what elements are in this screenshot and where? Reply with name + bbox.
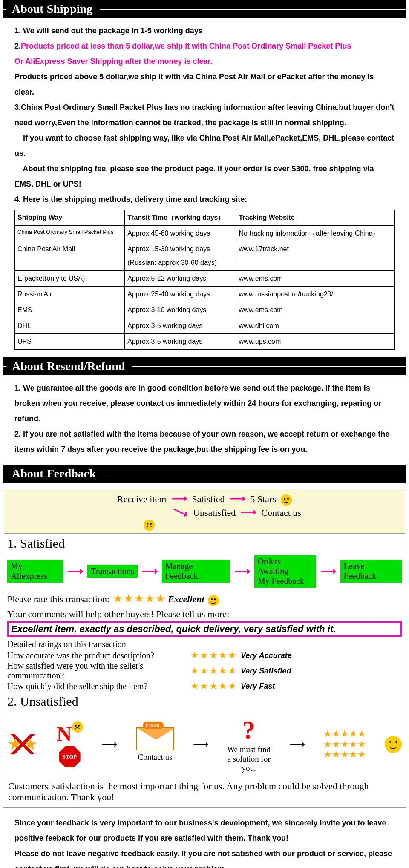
flow-contact: Contact us [261, 507, 301, 518]
arrow-icon: ⟶ [241, 506, 256, 519]
arrow-icon: ⟶ [230, 492, 245, 505]
table-row: China Post Air MailApprox 15-30 working … [15, 241, 395, 271]
flow-unsatisfied: Unsatisfied [193, 507, 236, 518]
refund-content: 1. We guarantee all the goods are in goo… [0, 380, 409, 465]
foot-p2: Please do not leave negative feedback ea… [14, 846, 395, 868]
refund-p2: 2. If you are not satisfied with the ite… [14, 426, 395, 457]
sad-icon [144, 520, 155, 531]
stars-icon: ★★★★★ [113, 592, 166, 605]
refund-p1: 1. We guarantee all the goods are in goo… [14, 380, 395, 426]
arrow-icon: ⟶ [193, 738, 209, 751]
section-heading-feedback: About Feedback [3, 465, 406, 483]
ship-p3: Products priced above 5 dollar,we ship i… [14, 69, 395, 100]
comments-help: Your comments will help other buyers! Pl… [4, 609, 405, 620]
stars-icon: ★★★★★ [190, 665, 237, 676]
question-mark-icon: ? [242, 716, 255, 744]
comment-box: Excellent item, exactly as described, qu… [7, 621, 402, 637]
foot-p1: Since your feedback is very important to… [14, 815, 395, 846]
arrow-icon: ⟶ [234, 565, 250, 578]
table-row: EMSApprox 3-10 working dayswww.ems.com [15, 302, 395, 318]
step-box: Manage Feedback [162, 560, 230, 583]
arrow-icon: ⟶ [67, 565, 83, 578]
arrow-icon: ⟶ [170, 503, 190, 522]
step-box: Transactions [87, 565, 137, 578]
table-row: E-packet(only to USA)Approx 5-12 working… [15, 271, 395, 287]
unsatisfied-flow: ★★ N STOP ⟶ EMAIL Contact us ⟶ ? We must… [4, 711, 405, 777]
arrow-icon: ⟶ [320, 565, 336, 578]
table-row: China Post Ordinary Small Packet PlusApp… [15, 226, 395, 241]
heading-text: About Resend/Refund [6, 357, 131, 375]
section-heading-refund: About Resend/Refund [3, 357, 406, 375]
no-stop-cell: N STOP [57, 721, 83, 767]
step-box: Leave Feedback [340, 560, 402, 583]
envelope-icon: EMAIL [136, 727, 174, 750]
stop-sign-icon: STOP [59, 746, 81, 767]
ship-p1: 1. We will send out the package in 1-5 w… [14, 23, 395, 38]
rate-label: Please rate this transaction: [7, 594, 109, 604]
smiley-icon [208, 595, 219, 606]
heading-text: About Feedback [6, 465, 102, 483]
th-way: Shipping Way [15, 210, 125, 226]
sad-icon [72, 721, 83, 733]
arrow-icon: ⟶ [101, 738, 117, 751]
detail-head: Detailed ratings on this transaction [4, 638, 405, 650]
stars-result-cell: ★★★★★★★★★★★★★★★ [323, 729, 366, 760]
ship-p7: 4. Here is the shipping methods, deliver… [14, 192, 395, 207]
solution-cell: ? We must find a solution for you. [227, 716, 271, 773]
shipping-content: 1. We will send out the package in 1-5 w… [0, 23, 409, 357]
table-row: DHLApprox 3-5 working dayswww.dhl.com [15, 318, 395, 334]
ship-p4: 3.China Post Ordinary Small Packet Plus … [14, 100, 395, 130]
rating-q: How quickly did the seller ship the item… [7, 681, 190, 691]
table-row: UPSApprox 3-5 working dayswww.ups.com [15, 334, 395, 350]
big-n: N [57, 722, 72, 746]
stars-icon: ★★★★★★★★★★★★★★★ [323, 729, 366, 760]
section-heading-shipping: About Shipping [3, 0, 406, 18]
unsatisfied-heading: 2. Unsatisfied [7, 694, 402, 709]
crossed-stars-icon: ★★ [7, 734, 38, 754]
feedback-flow-top: Receive item ⟶ Satisfied ⟶ 5 Stars ⟶ Uns… [4, 489, 405, 534]
happy-cell [385, 736, 402, 753]
flow-receive: Receive item [117, 494, 166, 504]
flow-fivestars: 5 Stars [250, 494, 276, 504]
feedback-panel: Receive item ⟶ Satisfied ⟶ 5 Stars ⟶ Uns… [3, 488, 406, 808]
ship-p2: 2.Products priced at less than 5 dollar,… [14, 38, 395, 54]
smiley-icon [281, 494, 292, 506]
stars-icon: ★★★★★ [190, 650, 237, 661]
solution-text: We must find a solution for you. [227, 745, 271, 773]
arrow-icon: ⟶ [142, 565, 158, 578]
step-box: My Aliexpress [7, 560, 63, 583]
rating-a: Very Satisfied [241, 667, 291, 675]
feedback-steps-row: My Aliexpress ⟶ Transactions ⟶ Manage Fe… [4, 553, 405, 589]
arrow-icon: ⟶ [289, 738, 305, 751]
closing-msg: Customers' satisfaction is the most impo… [4, 777, 405, 806]
contact-us-label: Contact us [138, 753, 173, 762]
table-header-row: Shipping Way Transit Time（working days） … [15, 210, 395, 226]
table-row: Russian AirApprox 25-40 working dayswww.… [15, 287, 395, 302]
rating-text: Excellent [168, 594, 204, 604]
rating-a: Very Fast [241, 682, 275, 691]
ship-p5: If you want to choose fast shipping way,… [14, 130, 395, 161]
no-stars-cell: ★★ [7, 734, 38, 754]
rating-q: How satisfied were you with the seller's… [7, 661, 190, 681]
rating-a: Very Accurate [241, 651, 292, 660]
heading-text: About Shipping [6, 0, 98, 18]
feedback-footer: Since your feedback is very important to… [0, 808, 409, 868]
email-cell: EMAIL Contact us [136, 727, 174, 762]
ship-p2c: Or AliExpress Saver Shipping after the m… [14, 54, 395, 69]
ship-p6: About the shipping fee, please see the p… [14, 161, 395, 192]
step-box: Orders Awaiting My Feedback [254, 555, 316, 588]
satisfied-heading: 1. Satisfied [7, 536, 402, 551]
th-site: Tracking Website [236, 210, 394, 226]
th-time: Transit Time（working days） [125, 210, 236, 226]
rating-q: How accurate was the product description… [7, 651, 190, 661]
arrow-icon: ⟶ [171, 492, 187, 505]
shipping-table: Shipping Way Transit Time（working days） … [14, 210, 395, 350]
stars-icon: ★★★★★ [190, 681, 237, 692]
flow-satisfied: Satisfied [192, 494, 225, 504]
smiley-icon [385, 736, 402, 753]
